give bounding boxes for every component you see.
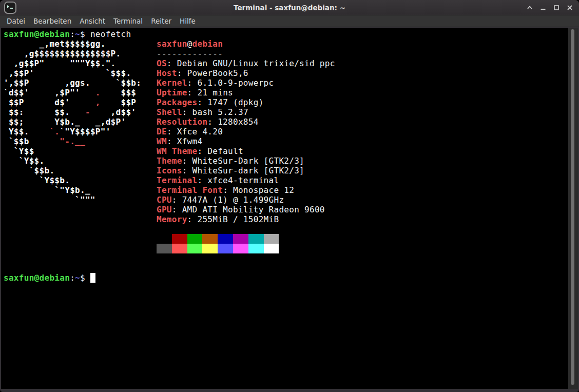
terminal-text: `d$$' ,$P"' [4,88,95,97]
terminal-line: `Y$$. Theme: WhiteSur-Dark [GTK2/3] [4,156,568,166]
terminal-window: Terminal - saxfun@debian: ~ [0,0,579,392]
terminal-line: `d$$' ,$P"' . $$$ Uptime: 21 mins [4,88,568,97]
terminal-text: DE [157,127,167,136]
color-block [172,244,187,253]
terminal-text: `Y$$b. [4,175,157,185]
terminal-text: `. [49,127,60,136]
shade-button[interactable] [523,1,536,14]
terminal-text: : WhiteSur-Dark [GTK2/3] [182,156,304,166]
color-block [233,244,248,253]
menu-item-reiter[interactable]: Reiter [147,16,176,26]
color-block [187,244,203,253]
terminal-text: : [70,29,75,39]
terminal-line: `""" CPU: 7447A (1) @ 1.499GHz [4,195,568,205]
scrollbar[interactable] [568,28,578,389]
terminal-line [4,234,568,244]
menu-item-bearbeiten[interactable]: Bearbeiten [29,16,75,26]
color-block [264,234,279,244]
terminal-text [85,136,157,146]
close-icon [566,4,573,11]
terminal-line: $$; Y$b._ _,d$P' Resolution: 1280x854 [4,117,568,127]
terminal-line: `$$b "-.__ WM: Xfwm4 [4,136,568,146]
terminal-text: Terminal Font [157,185,223,195]
terminal-text: ------------- [157,49,223,58]
terminal-text: Memory [157,214,187,224]
terminal-text: @ [187,39,192,49]
terminal-text: Resolution [157,117,207,127]
scrollbar-thumb[interactable] [571,29,574,385]
terminal-text: : bash 5.2.37 [182,107,248,117]
terminal-text: _,met$$$$$gg. [4,39,157,49]
terminal-line: Y$$. `.`"Y$$$$P"' DE: Xfce 4.20 [4,127,568,136]
terminal-text: : 255MiB / 1502MiB [187,214,279,224]
terminal-text: - [85,107,90,117]
terminal-text: ,d$$' [90,107,157,117]
color-block [202,234,218,244]
terminal-text: `"Y$$$$P"' [60,127,157,136]
window-title: Terminal - saxfun@debian: ~ [0,4,579,12]
terminal-text [4,205,157,214]
terminal-text: : Xfwm4 [167,136,203,146]
minimize-icon [539,4,547,11]
titlebar[interactable]: Terminal - saxfun@debian: ~ [0,0,579,15]
menu-item-ansicht[interactable]: Ansicht [75,16,109,26]
terminal-text: Shell [157,107,182,117]
menu-item-terminal[interactable]: Terminal [109,16,147,26]
terminal-text: , [95,97,101,107]
terminal-screen[interactable]: saxfun@debian:~$ neofetch _,met$$$$$gg. … [1,28,568,389]
terminal-line: $$: $$. - ,d$$' Shell: bash 5.2.37 [4,107,568,117]
terminal-text: `""" [4,195,157,205]
terminal-line: `$$b. Icons: WhiteSur-dark [GTK2/3] [4,166,568,175]
terminal-text: `"Y$b._ [4,185,157,195]
terminal-text: WM [157,136,167,146]
terminal-line: `Y$$b. Terminal: xfce4-terminal [4,175,568,185]
terminal-text: $$: $$. [4,107,85,117]
terminal-text: OS [157,58,167,68]
terminal-text: $$; Y$b._ _,d$P' [4,117,157,127]
terminal-text: : AMD ATI Mobility Radeon 9600 [172,205,325,214]
terminal-text: ~ [75,273,80,283]
terminal-text: saxfun [157,39,187,49]
terminal-line: `Y$$ WM Theme: Default [4,146,568,156]
minimize-button[interactable] [536,1,550,14]
terminal-text: : PowerBook5,6 [177,68,248,78]
terminal-text: Icons [157,166,182,175]
terminal-text: ,g$$$$$$$$$$$$$$$P. [4,49,157,58]
color-block [157,244,172,253]
terminal-text: ,$$P' `$$$. [4,68,157,78]
maximize-button[interactable] [550,1,563,14]
terminal-text: Host [157,68,177,78]
terminal-text: : 1747 (dpkg) [197,97,263,107]
terminal-line: `"Y$b._ Terminal Font: Monospace 12 [4,185,568,195]
terminal-text: Kernel [157,78,187,88]
text-cursor [90,273,95,283]
terminal-line: ',$$P ,ggs. `$$b: Kernel: 6.1.0-9-powerp… [4,78,568,88]
menu-item-datei[interactable]: Datei [3,16,29,26]
terminal-text: saxfun@debian [4,273,70,283]
terminal-text: CPU [157,195,172,205]
terminal-text: `$$b. [4,166,157,175]
terminal-line [4,263,568,273]
color-block [233,234,248,244]
color-block [218,234,233,244]
close-button[interactable] [563,1,576,14]
terminal-line: ,g$$P" """Y$$.". OS: Debian GNU/Linux tr… [4,58,568,68]
terminal-text: saxfun@debian [4,29,70,39]
color-block [264,244,279,253]
terminal-text: $$$ [101,88,157,97]
terminal-text: `Y$$ [4,146,157,156]
terminal-text: : Default [197,146,243,156]
terminal-line: _,met$$$$$gg. saxfun@debian [4,39,568,49]
terminal-text: : WhiteSur-dark [GTK2/3] [182,166,304,175]
terminal-text [4,244,157,253]
terminal-text: : 1280x854 [207,117,258,127]
terminal-text: : 7447A (1) @ 1.499GHz [172,195,284,205]
terminal-line: ,$$P' `$$$. Host: PowerBook5,6 [4,68,568,78]
color-block [248,244,264,253]
menu-item-hilfe[interactable]: Hilfe [176,16,200,26]
chevron-up-icon [526,4,533,11]
menubar: DateiBearbeitenAnsichtTerminalReiterHilf… [0,15,579,27]
terminal-text [4,214,157,224]
terminal-text: Terminal [157,175,197,185]
terminal-text: $ [80,273,90,283]
